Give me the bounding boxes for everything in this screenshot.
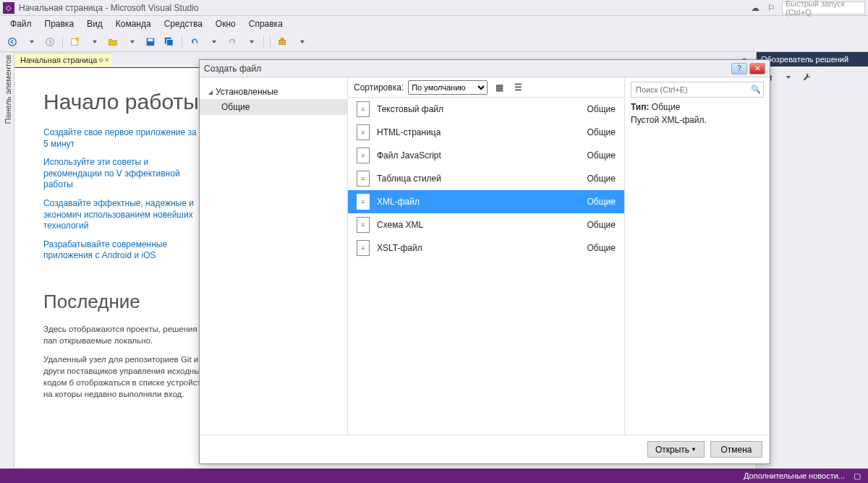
menu-view[interactable]: Вид	[81, 17, 109, 30]
template-item[interactable]: ≡Текстовый файлОбщие	[348, 98, 624, 121]
type-description: Пустой XML-файл.	[631, 115, 764, 125]
search-input[interactable]	[631, 82, 764, 98]
template-category: Общие	[587, 243, 616, 253]
dialog-footer: Открыть ▼ Отмена	[200, 435, 770, 463]
toolbox-dock[interactable]: Панель элементов	[0, 52, 14, 469]
save-button[interactable]	[142, 34, 158, 50]
redo-dropdown[interactable]	[243, 34, 259, 50]
view-large-icon[interactable]: ▦	[492, 80, 506, 95]
nav-forward-button[interactable]	[42, 34, 58, 50]
template-item[interactable]: ≡HTML-страницаОбщие	[348, 121, 624, 144]
close-icon[interactable]: ✕	[104, 56, 110, 64]
dialog-tree: Установленные Общие	[200, 77, 348, 435]
search-icon[interactable]: 🔍	[751, 85, 761, 94]
menubar: Файл Правка Вид Команда Средства Окно Сп…	[0, 16, 868, 32]
template-item[interactable]: ≡Файл JavaScriptОбщие	[348, 144, 624, 167]
template-item[interactable]: ≡XML-файлОбщие	[348, 190, 624, 213]
dialog-help-button[interactable]: ?	[731, 63, 747, 74]
open-file-dropdown[interactable]	[124, 34, 140, 50]
tab-label: Начальная страница	[20, 56, 97, 64]
chevron-down-icon: ▼	[691, 446, 697, 453]
start-link[interactable]: Создавайте эффектные, надежные и экономи…	[43, 198, 203, 232]
start-link[interactable]: Разрабатывайте современные приложения с …	[43, 239, 203, 262]
svg-point-1	[46, 38, 54, 46]
open-button[interactable]: Открыть ▼	[647, 441, 705, 458]
titlebar: ◇ Начальная страница - Microsoft Visual …	[0, 0, 868, 16]
start-link[interactable]: Используйте эти советы и рекомендации по…	[43, 157, 203, 191]
extensions-dropdown[interactable]	[294, 34, 310, 50]
open-file-button[interactable]	[105, 34, 121, 50]
svg-point-0	[9, 38, 17, 46]
cancel-button[interactable]: Отмена	[710, 441, 762, 458]
redo-button[interactable]	[224, 34, 240, 50]
nav-back-dropdown[interactable]	[23, 34, 39, 50]
save-all-button[interactable]	[161, 34, 177, 50]
file-type-icon: ≡	[357, 240, 370, 256]
menu-file[interactable]: Файл	[4, 17, 38, 30]
dialog-details-pane: 🔍 Тип: Общие Пустой XML-файл.	[625, 77, 770, 435]
file-type-icon: ≡	[357, 171, 370, 187]
file-type-icon: ≡	[357, 148, 370, 163]
news-link[interactable]: Дополнительные новости...	[744, 471, 845, 481]
new-project-dropdown[interactable]	[86, 34, 102, 50]
expand-icon[interactable]: ▢	[854, 471, 861, 481]
template-category: Общие	[587, 127, 616, 137]
notification-icon[interactable]: ⚐	[766, 3, 776, 13]
dialog-titlebar: Создать файл ? ✕	[200, 60, 770, 77]
template-list: ≡Текстовый файлОбщие≡HTML-страницаОбщие≡…	[348, 98, 624, 435]
menu-window[interactable]: Окно	[210, 17, 242, 30]
menu-help[interactable]: Справка	[243, 17, 289, 30]
svg-rect-9	[281, 38, 284, 40]
template-item[interactable]: ≡Схема XMLОбщие	[348, 213, 624, 236]
toolbar	[0, 32, 868, 52]
template-name: XSLT-файл	[377, 243, 580, 253]
dialog-sort-bar: Сортировка: По умолчанию ▦ ☰	[348, 77, 624, 98]
window-title: Начальная страница - Microsoft Visual St…	[19, 3, 199, 13]
tree-node-general[interactable]: Общие	[200, 99, 347, 115]
svg-rect-3	[76, 37, 79, 40]
extensions-button[interactable]	[275, 34, 291, 50]
cloud-sync-icon[interactable]: ☁	[750, 3, 760, 13]
template-name: Файл JavaScript	[377, 150, 580, 161]
template-item[interactable]: ≡Таблица стилейОбщие	[348, 167, 624, 190]
sort-label: Сортировка:	[354, 82, 404, 93]
template-category: Общие	[587, 220, 616, 230]
svg-rect-7	[167, 39, 174, 46]
menu-edit[interactable]: Правка	[39, 17, 80, 30]
nav-back-button[interactable]	[4, 34, 20, 50]
file-type-icon: ≡	[357, 194, 370, 210]
recent-text: Удаленный узел для репозиториев Git и др…	[43, 354, 217, 400]
start-link[interactable]: Создайте свое первое приложение за 5 мин…	[43, 127, 203, 150]
template-category: Общие	[587, 150, 616, 161]
template-category: Общие	[587, 197, 616, 207]
statusbar: Дополнительные новости... ▢	[0, 469, 868, 483]
view-list-icon[interactable]: ☰	[511, 80, 525, 95]
menu-team[interactable]: Команда	[110, 17, 157, 30]
file-type-icon: ≡	[357, 101, 370, 117]
undo-dropdown[interactable]	[205, 34, 221, 50]
template-name: XML-файл	[377, 197, 580, 207]
template-item[interactable]: ≡XSLT-файлОбщие	[348, 236, 624, 260]
undo-button[interactable]	[187, 34, 203, 50]
dialog-close-button[interactable]: ✕	[749, 63, 765, 74]
recent-text: Здесь отображаются проекты, решения и па…	[43, 323, 217, 346]
solution-dropdown[interactable]	[780, 69, 796, 85]
file-type-icon: ≡	[357, 217, 370, 233]
vs-logo-icon: ◇	[3, 2, 14, 14]
new-project-button[interactable]	[67, 34, 83, 50]
tree-node-installed[interactable]: Установленные	[200, 85, 347, 99]
file-type-icon: ≡	[357, 124, 370, 140]
solution-explorer: Обозреватель решений	[756, 52, 868, 469]
template-name: Таблица стилей	[377, 174, 580, 184]
sort-select[interactable]: По умолчанию	[408, 80, 488, 95]
menu-tools[interactable]: Средства	[158, 17, 208, 30]
wrench-icon[interactable]	[799, 69, 814, 85]
quick-launch-input[interactable]: Быстрый запуск (Ctrl+Q	[782, 1, 865, 14]
type-label: Тип:	[631, 102, 650, 112]
pin-icon[interactable]: ⊕	[98, 56, 104, 64]
create-file-dialog: Создать файл ? ✕ Установленные Общие Сор…	[199, 59, 770, 464]
template-name: Текстовый файл	[377, 104, 580, 114]
template-name: Схема XML	[377, 220, 580, 230]
dialog-title: Создать файл	[204, 64, 261, 74]
tab-start-page[interactable]: Начальная страница ⊕ ✕	[14, 53, 111, 67]
